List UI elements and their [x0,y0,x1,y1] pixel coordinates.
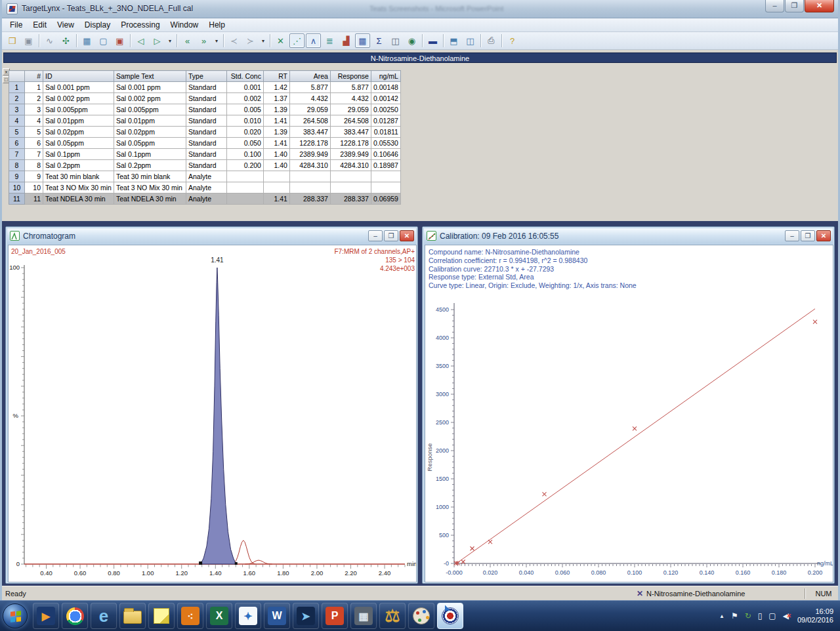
toolbar-compound-dropdown[interactable]: ▾ [213,33,220,48]
toolbar-browse-book-icon[interactable]: ◫ [388,33,403,48]
cell[interactable]: 2 [25,93,43,104]
cell[interactable]: 0.200 [226,160,263,171]
cell[interactable]: 0.06959 [371,193,400,205]
cell[interactable]: 4284.310 [330,160,371,171]
toolbar-process-update-icon[interactable]: ✣ [58,33,74,48]
chromatogram-titlebar[interactable]: Chromatogram ‒ ❐ ✕ [7,228,416,243]
row-number[interactable]: 3 [9,104,25,115]
cell[interactable]: 288.337 [330,193,371,205]
cell[interactable] [289,171,330,182]
cell[interactable]: Sal 0.002 ppm [43,93,114,104]
cell[interactable]: 4.432 [330,93,371,104]
cell[interactable]: 1.39 [263,127,289,138]
cell[interactable]: 7 [25,149,43,160]
taskbar-app-orange[interactable]: ⁖ [177,603,203,629]
column-header-ng/mL[interactable]: ng/mL [371,71,400,82]
cell[interactable]: 6 [25,138,43,149]
chromatogram-minimize-button[interactable]: ‒ [368,230,383,241]
cell[interactable]: Sal 0.005ppm [43,104,114,115]
cell[interactable]: 264.508 [289,115,330,127]
toolbar-show-calibration-plot-icon[interactable]: ⋰ [289,33,304,48]
taskbar-app-arrow-blue[interactable]: ➤ [293,603,319,629]
cell[interactable]: 4.432 [289,93,330,104]
cell[interactable] [263,171,289,182]
toolbar-view-monitor-icon[interactable]: ▢ [96,33,111,48]
toolbar-calibration-curve-icon[interactable]: ∿ [42,33,57,48]
cell[interactable]: 4 [25,115,43,127]
cell[interactable]: Standard [186,149,226,160]
cell[interactable]: 383.447 [289,127,330,138]
table-row[interactable]: 1111Teat NDELA 30 minTeat NDELA 30 minAn… [9,193,401,205]
taskbar-chrome[interactable] [62,603,88,629]
cell[interactable]: 1.37 [263,93,289,104]
row-number[interactable]: 6 [9,138,25,149]
cell[interactable]: 1228.178 [330,138,371,149]
column-header-ID[interactable]: ID [43,71,114,82]
cell[interactable]: 29.059 [289,104,330,115]
cell[interactable] [289,182,330,193]
row-number[interactable]: 1 [9,82,25,93]
table-row[interactable]: 22Sal 0.002 ppmSal 0.002 ppmStandard0.00… [9,93,401,104]
table-row[interactable]: 11Sal 0.001 ppmSal 0.001 ppmStandard0.00… [9,82,401,93]
calibration-plot[interactable]: Compound name: N-Nitrosamine-Diethanolam… [425,245,833,582]
tray-device-icon[interactable]: ▯ [758,611,763,621]
cell[interactable]: 1.39 [263,104,289,115]
cell[interactable]: 383.447 [330,127,371,138]
cell[interactable]: 264.508 [330,115,371,127]
cell[interactable]: 0.00148 [371,82,400,93]
cell[interactable]: 0.005 [226,104,263,115]
toolbar-previous-sample-icon[interactable]: ◁ [133,33,148,48]
calibration-window[interactable]: Calibration: 09 Feb 2016 16:05:55 ‒ ❐ ✕ … [422,226,835,584]
table-row[interactable]: 99Teat 30 min blankTeat 30 min blankAnal… [9,171,401,182]
cell[interactable]: 29.059 [330,104,371,115]
column-header-#[interactable]: # [25,71,43,82]
tray-expand-icon[interactable]: ▲ [719,613,724,619]
cell[interactable]: Sal 0.02ppm [43,127,114,138]
column-header-RT[interactable]: RT [263,71,289,82]
toolbar-show-spectrum-icon[interactable]: ≣ [322,33,337,48]
minimize-button[interactable]: ‒ [765,0,784,12]
cell[interactable] [226,171,263,182]
row-number[interactable]: 2 [9,93,25,104]
cell[interactable] [371,171,400,182]
table-row[interactable]: 55Sal 0.02ppmSal 0.02ppmStandard0.0201.3… [9,127,401,138]
cell[interactable]: Analyte [186,193,226,205]
cell[interactable]: 5 [25,127,43,138]
cell[interactable]: Standard [186,93,226,104]
taskbar-targetlynx[interactable] [437,603,463,629]
cell[interactable]: 3 [25,104,43,115]
cell[interactable]: Teat 30 min blank [114,171,186,182]
cell[interactable]: Standard [186,138,226,149]
column-header-Response[interactable]: Response [330,71,371,82]
cell[interactable]: 1.41 [263,115,289,127]
tray-volume-muted-icon[interactable]: ◀ [783,611,789,621]
taskbar-folder-explorer[interactable] [119,603,146,629]
calibration-minimize-button[interactable]: ‒ [785,230,799,241]
column-header-Std. Conc[interactable]: Std. Conc [226,71,263,82]
tray-network-icon[interactable]: ▢ [768,611,776,621]
cell[interactable]: Sal 0.001 ppm [114,82,186,93]
cell[interactable]: Standard [186,160,226,171]
cell[interactable]: 1228.178 [289,138,330,149]
toolbar-split-vertical-icon[interactable]: ◫ [463,33,478,48]
chromatogram-restore-button[interactable]: ❐ [384,230,398,241]
cell[interactable]: Sal 0.05ppm [43,138,114,149]
table-row[interactable]: 1010Teat 3 NO Mix 30 minTeat 3 NO Mix 30… [9,182,401,193]
toolbar-open-file-icon[interactable]: ❒ [5,33,20,48]
toolbar-split-horizontal-icon[interactable]: ⬒ [446,33,461,48]
cell[interactable]: 4284.310 [289,160,330,171]
cell[interactable]: 1.40 [263,160,289,171]
cell[interactable]: 2389.949 [289,149,330,160]
cell[interactable]: 8 [25,160,43,171]
cell[interactable]: 0.002 [226,93,263,104]
chromatogram-window[interactable]: Chromatogram ‒ ❐ ✕ 20_Jan_2016_005F7:MRM… [5,226,418,584]
table-row[interactable]: 66Sal 0.05ppmSal 0.05ppmStandard0.0501.4… [9,138,401,149]
toolbar-web-globe-icon[interactable]: ◉ [404,33,419,48]
cell[interactable]: Teat 30 min blank [43,171,114,182]
toolbar-save-file-icon[interactable]: ▣ [21,33,36,48]
cell[interactable]: Sal 0.002 ppm [114,93,186,104]
taskbar-word[interactable]: W [264,603,290,629]
cell[interactable]: 1.41 [263,193,289,205]
cell[interactable]: Sal 0.1ppm [43,149,114,160]
calibration-restore-button[interactable]: ❐ [801,230,815,241]
